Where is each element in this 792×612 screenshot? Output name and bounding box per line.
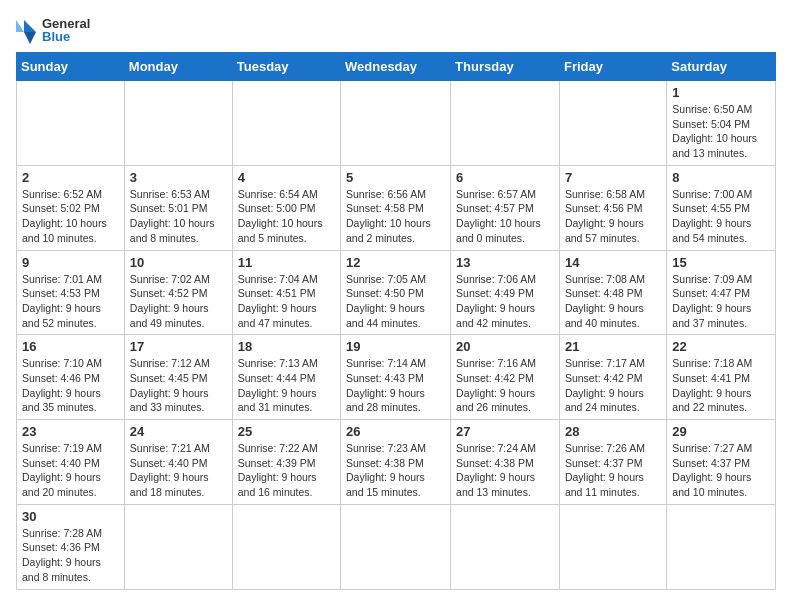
day-number: 23 [22,424,119,439]
svg-marker-2 [24,32,36,44]
calendar-cell: 19Sunrise: 7:14 AM Sunset: 4:43 PM Dayli… [341,335,451,420]
day-number: 20 [456,339,554,354]
day-info: Sunrise: 7:00 AM Sunset: 4:55 PM Dayligh… [672,187,770,246]
calendar-cell: 28Sunrise: 7:26 AM Sunset: 4:37 PM Dayli… [559,420,666,505]
day-info: Sunrise: 7:24 AM Sunset: 4:38 PM Dayligh… [456,441,554,500]
day-number: 9 [22,255,119,270]
day-number: 27 [456,424,554,439]
calendar-header-row: SundayMondayTuesdayWednesdayThursdayFrid… [17,53,776,81]
day-number: 17 [130,339,227,354]
calendar-cell [341,504,451,589]
day-number: 4 [238,170,335,185]
calendar-cell: 29Sunrise: 7:27 AM Sunset: 4:37 PM Dayli… [667,420,776,505]
calendar-cell: 16Sunrise: 7:10 AM Sunset: 4:46 PM Dayli… [17,335,125,420]
week-row-2: 9Sunrise: 7:01 AM Sunset: 4:53 PM Daylig… [17,250,776,335]
header-friday: Friday [559,53,666,81]
week-row-0: 1Sunrise: 6:50 AM Sunset: 5:04 PM Daylig… [17,81,776,166]
day-info: Sunrise: 7:04 AM Sunset: 4:51 PM Dayligh… [238,272,335,331]
calendar-cell: 8Sunrise: 7:00 AM Sunset: 4:55 PM Daylig… [667,165,776,250]
week-row-4: 23Sunrise: 7:19 AM Sunset: 4:40 PM Dayli… [17,420,776,505]
svg-marker-1 [16,20,24,32]
calendar-cell: 12Sunrise: 7:05 AM Sunset: 4:50 PM Dayli… [341,250,451,335]
day-info: Sunrise: 7:09 AM Sunset: 4:47 PM Dayligh… [672,272,770,331]
calendar-cell [667,504,776,589]
day-info: Sunrise: 6:50 AM Sunset: 5:04 PM Dayligh… [672,102,770,161]
day-info: Sunrise: 7:08 AM Sunset: 4:48 PM Dayligh… [565,272,661,331]
day-info: Sunrise: 6:52 AM Sunset: 5:02 PM Dayligh… [22,187,119,246]
day-info: Sunrise: 7:26 AM Sunset: 4:37 PM Dayligh… [565,441,661,500]
day-info: Sunrise: 7:22 AM Sunset: 4:39 PM Dayligh… [238,441,335,500]
day-number: 16 [22,339,119,354]
calendar-cell: 25Sunrise: 7:22 AM Sunset: 4:39 PM Dayli… [232,420,340,505]
calendar-cell [17,81,125,166]
day-number: 11 [238,255,335,270]
calendar-table: SundayMondayTuesdayWednesdayThursdayFrid… [16,52,776,590]
day-number: 2 [22,170,119,185]
calendar-cell: 4Sunrise: 6:54 AM Sunset: 5:00 PM Daylig… [232,165,340,250]
logo-triangle-icon [16,16,40,44]
day-number: 24 [130,424,227,439]
header-monday: Monday [124,53,232,81]
day-number: 19 [346,339,445,354]
day-number: 6 [456,170,554,185]
day-info: Sunrise: 6:58 AM Sunset: 4:56 PM Dayligh… [565,187,661,246]
logo-container: General Blue [16,16,90,44]
calendar-cell: 11Sunrise: 7:04 AM Sunset: 4:51 PM Dayli… [232,250,340,335]
day-number: 26 [346,424,445,439]
week-row-5: 30Sunrise: 7:28 AM Sunset: 4:36 PM Dayli… [17,504,776,589]
calendar-cell [451,504,560,589]
calendar-cell [559,81,666,166]
day-info: Sunrise: 7:19 AM Sunset: 4:40 PM Dayligh… [22,441,119,500]
day-number: 15 [672,255,770,270]
calendar-cell: 13Sunrise: 7:06 AM Sunset: 4:49 PM Dayli… [451,250,560,335]
page-header: General Blue [16,16,776,44]
day-number: 3 [130,170,227,185]
day-info: Sunrise: 7:16 AM Sunset: 4:42 PM Dayligh… [456,356,554,415]
calendar-cell: 17Sunrise: 7:12 AM Sunset: 4:45 PM Dayli… [124,335,232,420]
day-info: Sunrise: 7:06 AM Sunset: 4:49 PM Dayligh… [456,272,554,331]
calendar-cell: 23Sunrise: 7:19 AM Sunset: 4:40 PM Dayli… [17,420,125,505]
calendar-cell: 5Sunrise: 6:56 AM Sunset: 4:58 PM Daylig… [341,165,451,250]
calendar-cell: 1Sunrise: 6:50 AM Sunset: 5:04 PM Daylig… [667,81,776,166]
calendar-cell: 15Sunrise: 7:09 AM Sunset: 4:47 PM Dayli… [667,250,776,335]
day-info: Sunrise: 7:17 AM Sunset: 4:42 PM Dayligh… [565,356,661,415]
day-number: 5 [346,170,445,185]
calendar-cell: 21Sunrise: 7:17 AM Sunset: 4:42 PM Dayli… [559,335,666,420]
calendar-cell: 6Sunrise: 6:57 AM Sunset: 4:57 PM Daylig… [451,165,560,250]
day-number: 13 [456,255,554,270]
calendar-cell: 22Sunrise: 7:18 AM Sunset: 4:41 PM Dayli… [667,335,776,420]
calendar-cell [559,504,666,589]
day-info: Sunrise: 6:54 AM Sunset: 5:00 PM Dayligh… [238,187,335,246]
header-wednesday: Wednesday [341,53,451,81]
week-row-3: 16Sunrise: 7:10 AM Sunset: 4:46 PM Dayli… [17,335,776,420]
day-number: 10 [130,255,227,270]
calendar-cell [451,81,560,166]
day-info: Sunrise: 7:01 AM Sunset: 4:53 PM Dayligh… [22,272,119,331]
calendar-cell: 10Sunrise: 7:02 AM Sunset: 4:52 PM Dayli… [124,250,232,335]
day-info: Sunrise: 6:57 AM Sunset: 4:57 PM Dayligh… [456,187,554,246]
header-saturday: Saturday [667,53,776,81]
day-number: 30 [22,509,119,524]
calendar-cell [232,504,340,589]
day-info: Sunrise: 7:14 AM Sunset: 4:43 PM Dayligh… [346,356,445,415]
day-number: 25 [238,424,335,439]
day-info: Sunrise: 6:53 AM Sunset: 5:01 PM Dayligh… [130,187,227,246]
day-info: Sunrise: 7:21 AM Sunset: 4:40 PM Dayligh… [130,441,227,500]
day-info: Sunrise: 7:18 AM Sunset: 4:41 PM Dayligh… [672,356,770,415]
day-info: Sunrise: 7:13 AM Sunset: 4:44 PM Dayligh… [238,356,335,415]
calendar-cell: 24Sunrise: 7:21 AM Sunset: 4:40 PM Dayli… [124,420,232,505]
day-number: 12 [346,255,445,270]
calendar-cell: 20Sunrise: 7:16 AM Sunset: 4:42 PM Dayli… [451,335,560,420]
day-number: 22 [672,339,770,354]
calendar-cell: 18Sunrise: 7:13 AM Sunset: 4:44 PM Dayli… [232,335,340,420]
header-tuesday: Tuesday [232,53,340,81]
header-thursday: Thursday [451,53,560,81]
svg-marker-0 [24,20,36,32]
calendar-cell: 27Sunrise: 7:24 AM Sunset: 4:38 PM Dayli… [451,420,560,505]
day-number: 29 [672,424,770,439]
day-number: 1 [672,85,770,100]
calendar-cell [232,81,340,166]
week-row-1: 2Sunrise: 6:52 AM Sunset: 5:02 PM Daylig… [17,165,776,250]
day-info: Sunrise: 7:27 AM Sunset: 4:37 PM Dayligh… [672,441,770,500]
day-info: Sunrise: 7:02 AM Sunset: 4:52 PM Dayligh… [130,272,227,331]
